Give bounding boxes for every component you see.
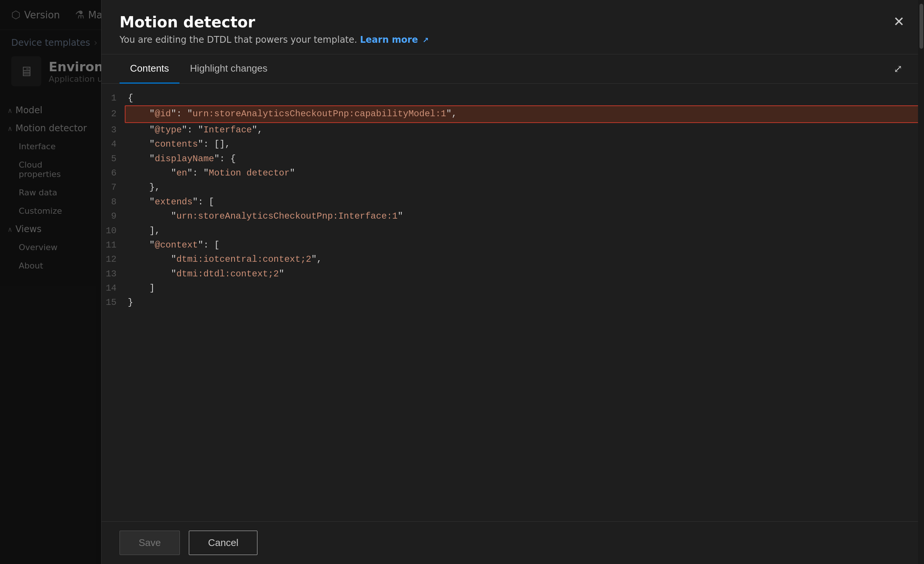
- line-number: 5: [102, 152, 128, 166]
- line-number: 8: [102, 195, 128, 209]
- line-content: ]: [128, 281, 924, 295]
- code-line-8: 8 "extends": [: [102, 195, 924, 209]
- line-number: 11: [102, 238, 128, 253]
- line-number: 7: [102, 180, 128, 195]
- line-number: 1: [102, 91, 128, 105]
- line-content: "displayName": {: [128, 152, 924, 166]
- line-number: 2: [102, 107, 128, 121]
- scrollbar[interactable]: [918, 0, 924, 564]
- line-number: 3: [102, 123, 128, 137]
- code-line-1: 1{: [102, 91, 924, 105]
- line-number: 9: [102, 209, 128, 224]
- modal-header-content: Motion detector You are editing the DTDL…: [120, 14, 429, 45]
- close-button[interactable]: ✕: [892, 14, 906, 30]
- line-content: },: [128, 180, 924, 195]
- modal-dialog: Motion detector You are editing the DTDL…: [101, 0, 924, 564]
- modal-title: Motion detector: [120, 14, 429, 31]
- tab-highlight-label: Highlight changes: [190, 63, 267, 74]
- code-line-9: 9 "urn:storeAnalyticsCheckoutPnp:Interfa…: [102, 209, 924, 224]
- line-content: "contents": [],: [128, 137, 924, 152]
- expand-button[interactable]: ⤢: [890, 59, 906, 79]
- cancel-button[interactable]: Cancel: [189, 531, 257, 555]
- line-number: 15: [102, 295, 128, 310]
- code-line-15: 15}: [102, 295, 924, 310]
- line-number: 14: [102, 281, 128, 295]
- code-line-6: 6 "en": "Motion detector": [102, 166, 924, 180]
- code-line-14: 14 ]: [102, 281, 924, 295]
- code-line-2: 2 "@id": "urn:storeAnalyticsCheckoutPnp:…: [102, 105, 924, 123]
- line-content: {: [128, 91, 924, 105]
- line-number: 13: [102, 267, 128, 281]
- code-line-13: 13 "dtmi:dtdl:context;2": [102, 267, 924, 281]
- code-line-3: 3 "@type": "Interface",: [102, 123, 924, 137]
- line-number: 4: [102, 137, 128, 152]
- line-content: }: [128, 295, 924, 310]
- modal-subtitle-text: You are editing the DTDL that powers you…: [120, 35, 357, 45]
- tab-highlight-changes[interactable]: Highlight changes: [180, 54, 278, 84]
- learn-more-text: Learn more: [360, 35, 418, 45]
- modal-header: Motion detector You are editing the DTDL…: [102, 0, 924, 54]
- code-line-7: 7 },: [102, 180, 924, 195]
- code-line-12: 12 "dtmi:iotcentral:context;2",: [102, 253, 924, 267]
- code-line-4: 4 "contents": [],: [102, 137, 924, 152]
- scrollbar-thumb: [920, 4, 923, 49]
- code-editor[interactable]: 1{2 "@id": "urn:storeAnalyticsCheckoutPn…: [102, 84, 924, 521]
- code-line-11: 11 "@context": [: [102, 238, 924, 253]
- line-content: ],: [128, 224, 924, 238]
- tab-contents[interactable]: Contents: [120, 54, 180, 84]
- line-content: "en": "Motion detector": [128, 166, 924, 180]
- cancel-label: Cancel: [208, 537, 238, 548]
- line-number: 10: [102, 224, 128, 238]
- line-content: "@type": "Interface",: [128, 123, 924, 137]
- line-number: 6: [102, 166, 128, 180]
- line-content: "dtmi:iotcentral:context;2",: [128, 253, 924, 267]
- external-link-icon: ↗: [423, 36, 429, 45]
- line-content: "@id": "urn:storeAnalyticsCheckoutPnp:ca…: [125, 105, 924, 123]
- line-content: "dtmi:dtdl:context;2": [128, 267, 924, 281]
- learn-more-link[interactable]: Learn more ↗: [360, 35, 429, 45]
- line-content: "extends": [: [128, 195, 924, 209]
- line-number: 12: [102, 253, 128, 267]
- save-button[interactable]: Save: [120, 531, 180, 555]
- modal-footer: Save Cancel: [102, 521, 924, 564]
- line-content: "@context": [: [128, 238, 924, 253]
- save-label: Save: [139, 537, 161, 548]
- tab-contents-label: Contents: [130, 63, 169, 74]
- line-content: "urn:storeAnalyticsCheckoutPnp:Interface…: [128, 209, 924, 224]
- modal-tabs: Contents Highlight changes ⤢: [102, 54, 924, 84]
- code-line-5: 5 "displayName": {: [102, 152, 924, 166]
- code-line-10: 10 ],: [102, 224, 924, 238]
- modal-subtitle: You are editing the DTDL that powers you…: [120, 35, 429, 45]
